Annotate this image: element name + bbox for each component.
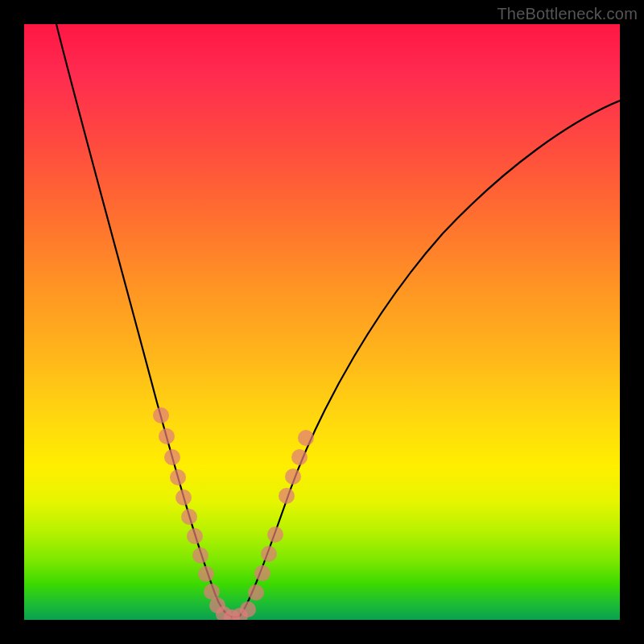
chart-stage: TheBottleneck.com <box>0 0 644 644</box>
point <box>181 509 197 525</box>
point <box>240 601 256 617</box>
point <box>279 488 295 504</box>
point <box>248 584 264 601</box>
point <box>175 489 192 506</box>
point <box>170 469 186 485</box>
point <box>164 449 180 465</box>
watermark-label: TheBottleneck.com <box>497 5 638 23</box>
point <box>267 526 283 543</box>
plot-area <box>24 24 620 620</box>
point <box>285 469 301 485</box>
point <box>291 449 308 465</box>
point <box>198 566 214 582</box>
datapoints <box>153 407 314 620</box>
point <box>192 547 208 564</box>
point <box>159 428 175 444</box>
point <box>298 430 314 446</box>
curve-svg <box>24 24 620 620</box>
point <box>153 407 169 423</box>
point <box>187 528 203 544</box>
bottleneck-curve <box>56 24 620 617</box>
point <box>261 546 277 562</box>
point <box>254 565 270 581</box>
